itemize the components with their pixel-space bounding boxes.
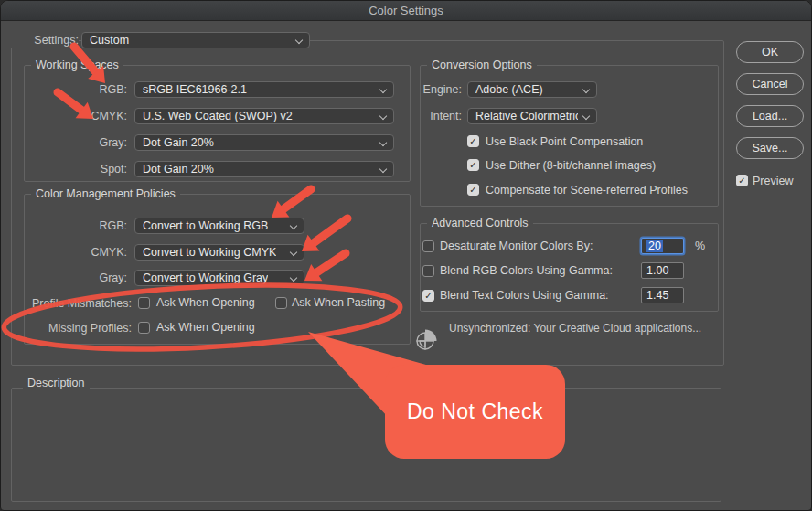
- ws-cmyk-label: CMYK:: [19, 108, 127, 124]
- desaturate-monitor-checkbox[interactable]: [422, 240, 434, 252]
- blend-rgb-gamma-label: Blend RGB Colors Using Gamma:: [440, 264, 613, 278]
- ws-spot-value: Dot Gain 20%: [143, 163, 214, 176]
- missing-profiles-opening-label: Ask When Opening: [156, 321, 255, 335]
- black-point-compensation-label: Use Black Point Compensation: [486, 135, 643, 149]
- use-dither-label: Use Dither (8-bit/channel images): [486, 159, 656, 173]
- ws-rgb-select[interactable]: sRGB IEC61966-2.1: [134, 81, 394, 98]
- engine-label: Engine:: [420, 81, 462, 98]
- chevron-down-icon: [290, 222, 297, 229]
- advanced-controls-title: Advanced Controls: [427, 217, 533, 229]
- chevron-down-icon: [290, 249, 297, 256]
- use-dither-checkbox[interactable]: ✓: [467, 159, 479, 171]
- chevron-down-icon: [290, 274, 297, 282]
- sync-status-text: Unsynchronized: Your Creative Cloud appl…: [449, 322, 701, 335]
- desaturate-percent-value: 20: [646, 240, 663, 252]
- chevron-down-icon: [379, 86, 387, 93]
- ws-rgb-label: RGB:: [19, 81, 127, 98]
- cmp-gray-value: Convert to Working Gray: [143, 271, 268, 284]
- intent-value: Relative Colorimetric: [475, 110, 578, 122]
- working-spaces-title: Working Spaces: [31, 59, 123, 71]
- blend-rgb-gamma-checkbox[interactable]: [422, 265, 434, 277]
- intent-label: Intent:: [420, 108, 462, 124]
- chevron-down-icon: [379, 139, 387, 146]
- preview-checkbox[interactable]: ✓: [736, 175, 748, 186]
- black-point-compensation-checkbox[interactable]: ✓: [467, 135, 479, 147]
- cmp-rgb-select[interactable]: Convert to Working RGB: [134, 218, 304, 234]
- cmp-gray-select[interactable]: Convert to Working Gray: [134, 270, 304, 286]
- desaturate-percent-input[interactable]: 20: [641, 238, 684, 254]
- callout-text: Do Not Check: [407, 399, 543, 424]
- chevron-down-icon: [379, 112, 387, 120]
- engine-value: Adobe (ACE): [475, 83, 543, 96]
- profile-mismatch-pasting-checkbox[interactable]: [275, 297, 287, 309]
- ok-button[interactable]: OK: [736, 41, 804, 63]
- ws-cmyk-select[interactable]: U.S. Web Coated (SWOP) v2: [134, 108, 394, 124]
- ws-gray-select[interactable]: Dot Gain 20%: [134, 134, 394, 151]
- profile-mismatch-opening-label: Ask When Opening: [156, 296, 255, 310]
- settings-preset-value: Custom: [90, 34, 129, 47]
- cmp-rgb-label: RGB:: [19, 218, 127, 234]
- ws-rgb-value: sRGB IEC61966-2.1: [143, 83, 247, 96]
- description-box: [11, 388, 721, 502]
- ws-spot-select[interactable]: Dot Gain 20%: [134, 161, 394, 177]
- profile-mismatch-pasting-label: Ask When Pasting: [292, 296, 385, 310]
- color-management-title: Color Management Policies: [31, 187, 180, 200]
- settings-preset-select[interactable]: Custom: [81, 32, 310, 48]
- preview-label: Preview: [753, 175, 793, 188]
- cmp-cmyk-select[interactable]: Convert to Working CMYK: [134, 244, 304, 261]
- intent-select[interactable]: Relative Colorimetric: [467, 108, 597, 124]
- chevron-down-icon: [582, 86, 590, 93]
- missing-profiles-label: Missing Profiles:: [19, 320, 132, 336]
- desaturate-percent-unit: %: [695, 240, 705, 253]
- ws-gray-value: Dot Gain 20%: [143, 136, 214, 149]
- scene-referred-checkbox[interactable]: ✓: [467, 184, 479, 196]
- profile-mismatch-opening-checkbox[interactable]: [138, 297, 150, 309]
- desaturate-monitor-label: Desaturate Monitor Colors By:: [440, 240, 593, 253]
- scene-referred-label: Compensate for Scene-referred Profiles: [486, 184, 688, 197]
- ws-gray-label: Gray:: [19, 134, 127, 151]
- chevron-down-icon: [379, 165, 387, 173]
- creative-cloud-sync-icon: [413, 326, 439, 352]
- ws-cmyk-value: U.S. Web Coated (SWOP) v2: [143, 110, 293, 122]
- settings-label: Settings:: [8, 32, 79, 48]
- blend-text-gamma-input[interactable]: 1.45: [641, 287, 684, 303]
- conversion-options-title: Conversion Options: [427, 59, 537, 71]
- profile-mismatches-label: Profile Mismatches:: [19, 295, 132, 312]
- load-button[interactable]: Load...: [736, 105, 804, 127]
- do-not-check-callout: Do Not Check: [385, 365, 565, 459]
- chevron-down-icon: [582, 112, 590, 120]
- cmp-gray-label: Gray:: [19, 270, 127, 286]
- color-settings-dialog: Color Settings Settings: Custom Working …: [0, 0, 812, 511]
- dialog-title: Color Settings: [1, 1, 811, 20]
- blend-rgb-gamma-input[interactable]: 1.00: [641, 262, 684, 279]
- blend-text-gamma-checkbox[interactable]: ✓: [422, 290, 434, 302]
- blend-text-gamma-label: Blend Text Colors Using Gamma:: [440, 289, 609, 303]
- save-button[interactable]: Save...: [736, 137, 804, 159]
- engine-select[interactable]: Adobe (ACE): [467, 81, 597, 98]
- title-bar: Color Settings: [1, 1, 811, 21]
- ws-spot-label: Spot:: [19, 161, 127, 177]
- description-title: Description: [23, 377, 90, 389]
- chevron-down-icon: [295, 37, 303, 44]
- cancel-button[interactable]: Cancel: [736, 73, 804, 95]
- missing-profiles-opening-checkbox[interactable]: [138, 322, 150, 334]
- cmp-cmyk-value: Convert to Working CMYK: [143, 246, 276, 259]
- cmp-rgb-value: Convert to Working RGB: [143, 219, 268, 232]
- cmp-cmyk-label: CMYK:: [19, 244, 127, 261]
